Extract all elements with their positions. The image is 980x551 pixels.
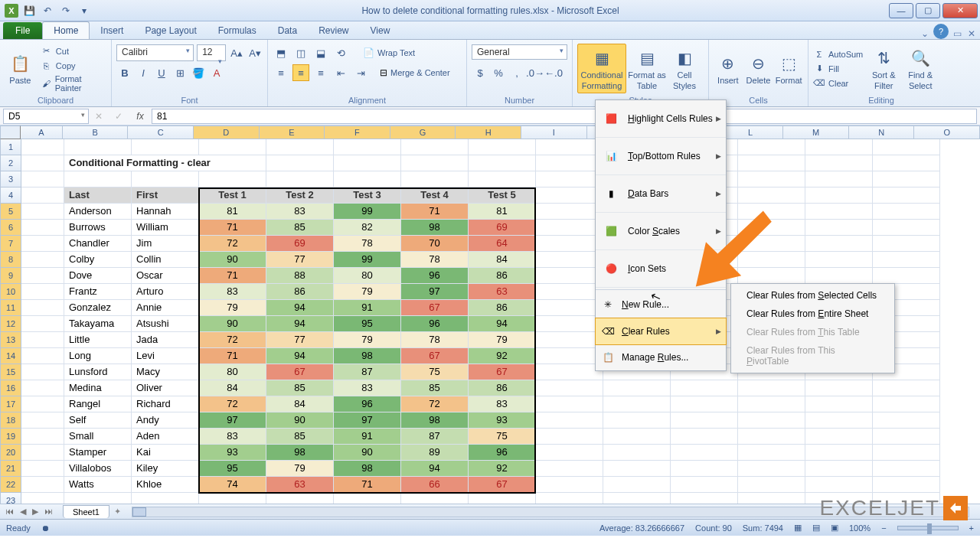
cell[interactable] [805,461,873,477]
cell[interactable]: Medina [64,380,132,396]
cell[interactable]: 72 [199,396,266,412]
cell[interactable] [536,412,603,429]
column-header[interactable]: M [783,126,849,139]
row-header[interactable]: 8 [0,252,21,268]
cell[interactable]: 67 [401,348,469,364]
cell[interactable]: 95 [334,316,401,332]
cell[interactable]: 74 [199,477,266,493]
view-layout-icon[interactable]: ▤ [812,523,820,533]
cell[interactable]: 86 [469,268,536,284]
new-sheet-icon[interactable]: ✦ [114,507,121,517]
cell[interactable] [873,380,940,396]
cell[interactable] [266,171,334,187]
cf-clear-rules[interactable]: ⌫Clear Rules▶ [595,318,727,345]
cell[interactable]: Rangel [64,396,132,412]
cell[interactable] [805,187,873,204]
cell[interactable] [671,461,738,477]
increase-decimal-button[interactable]: .0→ [527,64,544,81]
cf-color-scales[interactable]: 🟩Color Scales▶ [596,213,726,250]
cell[interactable] [536,461,603,477]
row-header[interactable]: 5 [0,204,21,220]
column-header[interactable]: F [325,126,390,139]
cell[interactable]: 93 [199,445,266,461]
cell[interactable] [738,380,805,396]
font-name-select[interactable]: Calibri [116,44,194,61]
cell[interactable]: 87 [334,364,401,380]
cell[interactable] [21,220,64,236]
zoom-in-icon[interactable]: + [969,523,974,533]
insert-tab[interactable]: Insert [90,22,134,39]
cell[interactable]: Last [64,187,132,204]
cell[interactable] [266,139,334,155]
cell[interactable] [132,171,199,187]
row-header[interactable]: 4 [0,187,21,204]
cell[interactable] [536,429,603,445]
cell-styles-button[interactable]: ◧ Cell Styles [668,46,701,90]
cell[interactable] [536,252,603,268]
cell[interactable]: Jada [132,332,199,348]
row-header[interactable]: 10 [0,284,21,300]
cell[interactable] [21,284,64,300]
column-header[interactable]: I [521,126,587,139]
cell[interactable] [671,396,738,412]
cell[interactable]: 72 [199,332,266,348]
cell[interactable] [469,139,536,155]
cell[interactable]: Villalobos [64,461,132,477]
wrap-text-button[interactable]: Wrap Text [377,48,415,57]
cell[interactable] [401,139,469,155]
cell[interactable]: 97 [401,284,469,300]
cell[interactable]: Kiley [132,461,199,477]
increase-font-icon[interactable]: A▴ [229,44,244,61]
cell[interactable]: William [132,220,199,236]
cell[interactable]: Oliver [132,380,199,396]
cell[interactable] [738,477,805,493]
cell[interactable]: Stamper [64,445,132,461]
cell[interactable]: 96 [401,316,469,332]
row-header[interactable]: 9 [0,268,21,284]
cell[interactable] [21,187,64,204]
row-header[interactable]: 7 [0,236,21,252]
cell[interactable] [536,364,603,380]
cell[interactable]: 91 [334,429,401,445]
row-header[interactable]: 13 [0,332,21,348]
cell[interactable] [21,429,64,445]
cell[interactable] [738,429,805,445]
cell[interactable]: Collin [132,252,199,268]
align-right-button[interactable]: ≡ [312,64,329,81]
cell[interactable]: Little [64,332,132,348]
cell[interactable] [805,236,873,252]
cell[interactable] [805,171,873,187]
cell[interactable] [266,155,334,171]
cell[interactable]: 94 [266,348,334,364]
cell[interactable]: Richard [132,396,199,412]
cell[interactable] [21,252,64,268]
format-as-table-button[interactable]: ▤ Format as Table [628,46,666,90]
row-header[interactable]: 18 [0,412,21,429]
cell[interactable]: 94 [401,461,469,477]
cell[interactable]: Colby [64,252,132,268]
sheet-nav-next-icon[interactable]: ▶ [30,507,41,517]
cell[interactable]: 77 [266,332,334,348]
cell[interactable] [21,477,64,493]
cell[interactable]: Test 5 [469,187,536,204]
row-header[interactable]: 23 [0,493,21,504]
cell[interactable] [805,380,873,396]
cell[interactable]: 80 [199,364,266,380]
cell[interactable]: Arturo [132,284,199,300]
cell[interactable] [21,493,64,504]
cell[interactable]: 77 [266,252,334,268]
formulas-tab[interactable]: Formulas [207,22,267,39]
cell[interactable]: 79 [334,284,401,300]
cell[interactable]: 82 [334,220,401,236]
cell[interactable] [536,493,603,504]
bold-button[interactable]: B [116,64,133,81]
cell[interactable]: Chandler [64,236,132,252]
cell[interactable] [805,429,873,445]
cell[interactable] [873,268,940,284]
cell[interactable] [21,412,64,429]
cell[interactable] [873,412,940,429]
workbook-close-icon[interactable]: ✕ [968,28,975,39]
align-left-button[interactable]: ≡ [273,64,289,81]
cell[interactable]: 84 [469,252,536,268]
cell[interactable]: 67 [469,364,536,380]
